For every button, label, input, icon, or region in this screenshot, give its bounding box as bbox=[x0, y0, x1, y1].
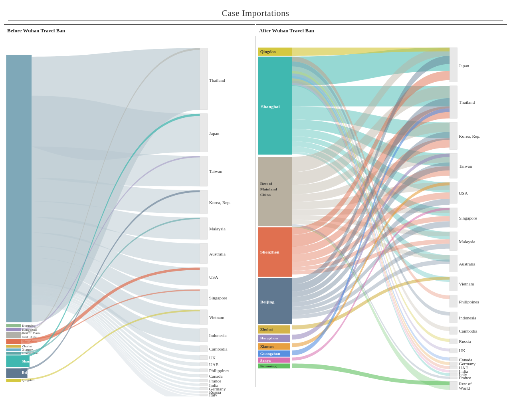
malaysia-dest-l bbox=[200, 218, 207, 240]
indonesia-dest-l bbox=[200, 329, 207, 342]
canada-dest-r bbox=[450, 358, 457, 361]
philippines-dest-l bbox=[200, 369, 207, 372]
philippines-dest-r bbox=[450, 295, 457, 307]
cambodia-dest-r bbox=[450, 327, 457, 335]
xiamen-label-r: Xiamen bbox=[260, 345, 274, 349]
wuhan-node bbox=[6, 55, 32, 322]
rest-world-dest-label-r2: World bbox=[459, 386, 470, 390]
indonesia-dest-r bbox=[450, 312, 457, 323]
kunming-node-l bbox=[6, 324, 21, 327]
hangzhou-node-l bbox=[6, 328, 21, 331]
germany-dest-l bbox=[200, 388, 207, 390]
russia-dest-label-r: Russia bbox=[459, 340, 471, 344]
qingdao-label-r: Qingdao bbox=[260, 50, 276, 54]
canada-dest-label-r: Canada bbox=[459, 358, 473, 362]
zhuhai-label-r: Zhuhai bbox=[260, 328, 273, 331]
thailand-dest-r bbox=[450, 86, 457, 119]
uk-dest-l bbox=[200, 355, 207, 360]
japan-dest-label-r: Japan bbox=[459, 64, 469, 68]
taiwan-dest-l bbox=[200, 156, 207, 186]
rest-world-dest-label-l1: Rest of bbox=[209, 396, 222, 396]
vietnam-dest-label-l: Vietnam bbox=[209, 315, 225, 320]
cambodia-dest-label-r: Cambodia bbox=[459, 329, 477, 333]
rest-mainland-label-r1: Rest of bbox=[260, 182, 273, 186]
main-container: Case Importations Before Wuhan Travel Ba… bbox=[0, 0, 511, 420]
right-panel-title: After Wuhan Travel Ban bbox=[256, 24, 507, 36]
japan-dest-r bbox=[450, 48, 457, 82]
france-dest-l bbox=[200, 379, 207, 382]
korea-dest-label-r: Korea, Rep. bbox=[459, 135, 481, 139]
australia-dest-r bbox=[450, 255, 457, 272]
vietnam-dest-label-r: Vietnam bbox=[459, 282, 475, 286]
indonesia-dest-label-l: Indonesia bbox=[209, 333, 227, 338]
beijing-label-l: Beijing bbox=[22, 371, 34, 375]
chart-title: Case Importations bbox=[4, 4, 507, 20]
germany-dest-r bbox=[450, 362, 457, 365]
india-dest-l bbox=[200, 384, 207, 386]
philippines-dest-label-r: Philippines bbox=[459, 300, 479, 304]
australia-dest-label-l: Australia bbox=[209, 252, 226, 256]
india-dest-r bbox=[450, 370, 457, 372]
shanghai-label-l: Shanghai bbox=[22, 359, 38, 363]
korea-dest-l bbox=[200, 190, 207, 214]
guangzhou-node-l bbox=[6, 352, 21, 355]
rest-world-dest-label-r1: Rest of bbox=[459, 382, 472, 386]
vietnam-dest-r bbox=[450, 277, 457, 291]
uk-dest-r bbox=[450, 349, 457, 353]
taiwan-dest-label-r: Taiwan bbox=[459, 164, 473, 168]
uae-dest-r bbox=[450, 366, 457, 369]
usa-dest-label-r: USA bbox=[459, 191, 468, 195]
australia-dest-label-r: Australia bbox=[459, 262, 475, 266]
taiwan-dest-r bbox=[450, 154, 457, 178]
france-dest-label-l: France bbox=[209, 378, 222, 383]
charts-row: Before Wuhan Travel Ban Wuhan Kunming Ha… bbox=[4, 24, 507, 399]
malaysia-dest-label-r: Malaysia bbox=[459, 240, 475, 244]
rest-mainland-label-r2: Mainland bbox=[260, 188, 277, 191]
shenzhen-label-r: Shenzhen bbox=[260, 250, 279, 254]
japan-dest-label-l: Japan bbox=[209, 131, 220, 135]
taiwan-dest-label-l: Taiwan bbox=[209, 169, 222, 174]
cambodia-dest-label-l: Cambodia bbox=[209, 347, 228, 351]
vietnam-dest-l bbox=[200, 310, 207, 325]
left-panel-title: Before Wuhan Travel Ban bbox=[4, 24, 255, 36]
germany-dest-label-r: Germany bbox=[459, 362, 476, 366]
malaysia-dest-label-l: Malaysia bbox=[209, 227, 226, 231]
thailand-dest-label-r: Thailand bbox=[459, 100, 475, 104]
zhuhai-node-l bbox=[6, 345, 21, 348]
hangzhou-label-r: Hangzhou bbox=[260, 337, 278, 340]
qingdao-node-l bbox=[6, 379, 21, 382]
france-dest-label-r: France bbox=[459, 376, 471, 380]
guangzhou-label-r: Guangzhou bbox=[260, 352, 281, 355]
usa-dest-label-l: USA bbox=[209, 275, 218, 279]
singapore-dest-r bbox=[450, 208, 457, 228]
uk-dest-label-r: UK bbox=[459, 349, 466, 353]
kunming-label-r: Kunming bbox=[260, 364, 277, 368]
philippines-dest-label-l: Philippines bbox=[209, 368, 229, 373]
uk-dest-label-l: UK bbox=[209, 356, 216, 360]
korea-dest-r bbox=[450, 123, 457, 150]
uae-dest-l bbox=[200, 363, 207, 366]
right-sankey: Qingdao Shanghai Rest of Mainland China … bbox=[256, 37, 507, 396]
russia-dest-r bbox=[450, 339, 457, 344]
russia-dest-l bbox=[200, 391, 207, 393]
indonesia-dest-label-r: Indonesia bbox=[459, 316, 477, 320]
left-sankey: Wuhan Kunming Hangzhou Rest of Main- lan… bbox=[4, 37, 255, 396]
italy-dest-r bbox=[450, 373, 457, 376]
shanghai-label-r: Shanghai bbox=[261, 105, 280, 109]
uae-dest-label-l: UAE bbox=[209, 362, 218, 367]
korea-dest-label-l: Korea, Rep. bbox=[209, 200, 231, 204]
thailand-dest-label-l: Thailand bbox=[209, 78, 225, 83]
france-dest-r bbox=[450, 376, 457, 379]
italy-dest-l bbox=[200, 394, 207, 396]
shenzhen-node-l bbox=[6, 339, 21, 344]
sanya-label-r: Sanya bbox=[260, 359, 271, 362]
usa-dest-l bbox=[200, 267, 207, 285]
right-panel: After Wuhan Travel Ban Qingdao Shanghai … bbox=[256, 24, 507, 399]
cambodia-dest-l bbox=[200, 346, 207, 352]
malaysia-dest-r bbox=[450, 232, 457, 251]
singapore-dest-label-l: Singapore bbox=[209, 296, 228, 300]
usa-dest-r bbox=[450, 182, 457, 204]
canada-dest-l bbox=[200, 374, 207, 377]
rest-mainland-node-l bbox=[6, 332, 21, 339]
left-panel: Before Wuhan Travel Ban Wuhan Kunming Ha… bbox=[4, 24, 255, 399]
